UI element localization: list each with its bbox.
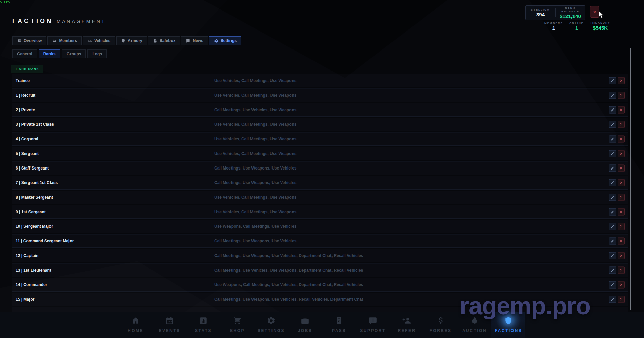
nav-icon xyxy=(301,316,309,325)
close-icon xyxy=(619,152,623,156)
edit-rank-button[interactable] xyxy=(609,165,616,172)
nav-icon xyxy=(402,316,411,325)
rank-actions xyxy=(609,150,625,157)
page-subtitle: MANAGEMENT xyxy=(57,19,106,24)
delete-rank-button[interactable] xyxy=(618,223,625,230)
delete-rank-button[interactable] xyxy=(618,267,625,274)
tab-icon xyxy=(87,39,92,43)
main-tab[interactable]: Safebox xyxy=(148,36,180,45)
delete-rank-button[interactable] xyxy=(618,296,625,303)
close-icon xyxy=(619,210,623,214)
vertical-scrollbar[interactable] xyxy=(630,48,631,310)
delete-rank-button[interactable] xyxy=(618,106,625,114)
main-tab[interactable]: Members xyxy=(47,36,82,45)
online-value: 1 xyxy=(569,25,584,31)
edit-rank-button[interactable] xyxy=(609,121,616,128)
close-icon xyxy=(619,79,623,83)
rank-name: 8 | Master Sergeant xyxy=(16,195,53,200)
rank-row: 1 | Recruit Use Vehicles, Call Meetings,… xyxy=(12,88,628,102)
edit-rank-button[interactable] xyxy=(609,252,616,259)
nav-label: HOME xyxy=(128,328,143,333)
main-tab[interactable]: Vehicles xyxy=(83,36,115,45)
nav-icon xyxy=(131,316,140,325)
add-rank-button[interactable]: + ADD RANK xyxy=(11,65,43,73)
pencil-icon xyxy=(611,254,615,258)
close-icon xyxy=(619,283,623,287)
tab-label: Vehicles xyxy=(94,38,110,43)
pencil-icon xyxy=(611,94,615,97)
nav-item[interactable]: REFER xyxy=(390,312,424,338)
delete-rank-button[interactable] xyxy=(618,150,625,157)
delete-rank-button[interactable] xyxy=(618,281,625,289)
nav-item[interactable]: PASS xyxy=(322,312,356,338)
rank-permissions: Use Vehicles, Call Meetings, Use Weapons xyxy=(214,210,297,214)
delete-rank-button[interactable] xyxy=(618,194,625,201)
settings-subtab[interactable]: Ranks xyxy=(39,49,60,58)
rank-row: Trainee Use Vehicles, Call Meetings, Use… xyxy=(12,74,628,87)
edit-rank-button[interactable] xyxy=(609,194,616,201)
rank-permissions: Use Weapons, Call Meetings, Use Vehicles xyxy=(214,224,297,229)
bank-balance-label: BANK BALANCE xyxy=(556,7,585,13)
pencil-icon xyxy=(611,225,615,228)
bank-balance-value: $121,140 xyxy=(556,13,585,19)
delete-rank-button[interactable] xyxy=(618,179,625,186)
nav-label: PASS xyxy=(332,328,346,333)
settings-subtab[interactable]: Logs xyxy=(87,49,107,58)
stellium-value: 394 xyxy=(526,12,555,17)
nav-item[interactable]: SETTINGS xyxy=(254,312,288,338)
close-icon xyxy=(619,196,623,199)
nav-label: AUCTION xyxy=(462,328,487,333)
edit-rank-button[interactable] xyxy=(609,92,616,99)
edit-rank-button[interactable] xyxy=(609,179,616,186)
nav-item[interactable]: JOBS xyxy=(288,312,322,338)
edit-rank-button[interactable] xyxy=(609,136,616,143)
edit-rank-button[interactable] xyxy=(609,208,616,216)
main-tab[interactable]: Armory xyxy=(116,36,147,45)
nav-icon xyxy=(470,316,479,325)
delete-rank-button[interactable] xyxy=(618,136,625,143)
rank-name: 15 | Major xyxy=(16,297,34,302)
nav-item[interactable]: SHOP xyxy=(220,312,254,338)
close-button[interactable]: × xyxy=(590,6,599,18)
delete-rank-button[interactable] xyxy=(618,238,625,245)
rank-row: 9 | 1st Sergeant Use Vehicles, Call Meet… xyxy=(12,205,628,219)
edit-rank-button[interactable] xyxy=(609,106,616,114)
rank-permissions: Use Vehicles, Call Meetings, Use Weapons xyxy=(214,195,297,200)
nav-item[interactable]: STATS xyxy=(186,312,220,338)
delete-rank-button[interactable] xyxy=(618,121,625,128)
edit-rank-button[interactable] xyxy=(609,77,616,84)
edit-rank-button[interactable] xyxy=(609,223,616,230)
treasury-stat: TREASURY $545K xyxy=(587,21,613,31)
page-header: FACTIONMANAGEMENT xyxy=(12,18,106,28)
nav-item[interactable]: SUPPORT xyxy=(356,312,390,338)
subtab-label: Groups xyxy=(67,52,81,56)
edit-rank-button[interactable] xyxy=(609,150,616,157)
delete-rank-button[interactable] xyxy=(618,208,625,216)
edit-rank-button[interactable] xyxy=(609,238,616,245)
pencil-icon xyxy=(611,152,615,156)
edit-rank-button[interactable] xyxy=(609,267,616,274)
main-tab[interactable]: Overview xyxy=(12,36,46,45)
nav-item[interactable]: AUCTION xyxy=(458,312,491,338)
delete-rank-button[interactable] xyxy=(618,92,625,99)
delete-rank-button[interactable] xyxy=(618,252,625,259)
nav-item[interactable]: EVENTS xyxy=(153,312,186,338)
delete-rank-button[interactable] xyxy=(618,77,625,84)
ranks-list: Trainee Use Vehicles, Call Meetings, Use… xyxy=(12,74,628,312)
nav-item[interactable]: FACTIONS xyxy=(491,312,525,338)
settings-subtab[interactable]: Groups xyxy=(62,49,86,58)
nav-item[interactable]: FORBES xyxy=(424,312,458,338)
bottom-navigation: HOME EVENTS STATS SHOP xyxy=(0,312,644,338)
pencil-icon xyxy=(611,108,615,112)
nav-icon xyxy=(504,316,513,325)
nav-icon xyxy=(368,316,377,325)
edit-rank-button[interactable] xyxy=(609,281,616,289)
edit-rank-button[interactable] xyxy=(609,296,616,303)
main-tab[interactable]: Settings xyxy=(209,36,241,45)
rank-row: 10 | Sergeant Major Use Weapons, Call Me… xyxy=(12,220,628,233)
main-tab[interactable]: News xyxy=(181,36,208,45)
delete-rank-button[interactable] xyxy=(618,165,625,172)
settings-subtab[interactable]: General xyxy=(12,49,37,58)
rank-name: 2 | Private xyxy=(16,107,35,112)
nav-item[interactable]: HOME xyxy=(119,312,153,338)
